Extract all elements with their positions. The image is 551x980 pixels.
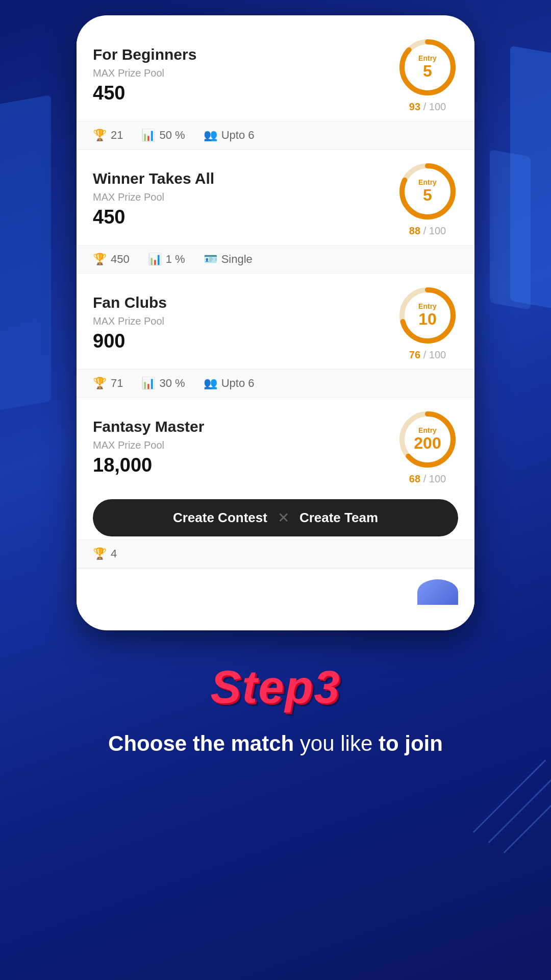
contest-card-fantasy-master[interactable]: Fantasy Master MAX Prize Pool 18,000 Ent… [77, 398, 474, 568]
stat-team-0: 👥 Upto 6 [204, 129, 255, 142]
donut-wrap-fan-clubs: Entry 10 76 / 100 [397, 285, 458, 361]
stat-value-team-0: Upto 6 [221, 129, 255, 142]
donut-progress-1: 88 / 100 [409, 225, 446, 237]
stat-value-chart-2: 30 % [159, 377, 185, 390]
stat-team-2: 👥 Upto 6 [204, 377, 255, 390]
stat-value-chart-1: 1 % [166, 253, 185, 266]
team-icon-0: 👥 [204, 129, 217, 142]
contest-prize-fantasy-master: 18,000 [93, 454, 397, 476]
donut-separator-2: / [420, 349, 429, 360]
contest-title-winner-takes-all: Winner Takes All [93, 170, 397, 187]
contest-card-fan-clubs[interactable]: Fan Clubs MAX Prize Pool 900 Entry 10 [77, 274, 474, 398]
entry-value-2: 10 [418, 310, 437, 328]
entry-value-0: 5 [418, 62, 437, 80]
entry-value-3: 200 [414, 434, 441, 452]
team-icon-2: 👥 [204, 377, 217, 390]
contest-stats-fan-clubs: 🏆 71 📊 30 % 👥 Upto 6 [77, 369, 474, 397]
contest-prize-label-winner-takes-all: MAX Prize Pool [93, 191, 397, 203]
contest-info-winner-takes-all: Winner Takes All MAX Prize Pool 450 [93, 170, 397, 228]
trophy-icon-0: 🏆 [93, 129, 107, 142]
stat-value-team-1: Single [221, 253, 253, 266]
bg-decoration-left [0, 95, 51, 415]
contest-stats-fantasy-master: 🏆 4 [77, 540, 474, 568]
donut-winner-takes-all: Entry 5 [397, 161, 458, 222]
contest-stats-winner-takes-all: 🏆 450 📊 1 % 🪪 Single [77, 245, 474, 273]
team-icon-1: 🪪 [204, 253, 217, 266]
stat-trophy-3: 🏆 4 [93, 547, 117, 560]
donut-fan-clubs: Entry 10 [397, 285, 458, 346]
stat-value-trophy-3: 4 [111, 547, 117, 560]
contest-card-for-beginners[interactable]: For Beginners MAX Prize Pool 450 Entry 5 [77, 26, 474, 150]
trophy-icon-3: 🏆 [93, 547, 107, 560]
contest-prize-fan-clubs: 900 [93, 330, 397, 352]
stat-chart-0: 📊 50 % [141, 129, 185, 142]
contest-stats-for-beginners: 🏆 21 📊 50 % 👥 Upto 6 [77, 121, 474, 149]
step-description: Choose the match you like to join [31, 729, 520, 759]
phone-screen: For Beginners MAX Prize Pool 450 Entry 5 [77, 26, 474, 615]
stat-value-trophy-2: 71 [111, 377, 123, 390]
stat-value-trophy-1: 450 [111, 253, 130, 266]
partial-card [77, 569, 474, 615]
step-section: Step3 Choose the match you like to join [0, 661, 551, 800]
entry-value-1: 5 [418, 186, 437, 204]
stat-trophy-1: 🏆 450 [93, 253, 130, 266]
trophy-icon-2: 🏆 [93, 377, 107, 390]
stat-team-1: 🪪 Single [204, 253, 253, 266]
create-contest-button[interactable]: Create Contest [163, 510, 278, 526]
trophy-icon-1: 🏆 [93, 253, 107, 266]
step-title: Step3 [31, 661, 520, 714]
action-bar: Create Contest ✕ Create Team [93, 499, 458, 536]
bg-decoration-right2 [490, 150, 531, 310]
contest-info-for-beginners: For Beginners MAX Prize Pool 450 [93, 46, 397, 104]
donut-progress-3: 68 / 100 [409, 473, 446, 485]
donut-separator-0: / [420, 101, 429, 112]
contest-prize-label-for-beginners: MAX Prize Pool [93, 67, 397, 79]
donut-wrap-for-beginners: Entry 5 93 / 100 [397, 37, 458, 113]
stat-chart-2: 📊 30 % [141, 377, 185, 390]
contest-title-for-beginners: For Beginners [93, 46, 397, 63]
stat-chart-1: 📊 1 % [148, 253, 185, 266]
donut-fantasy-master: Entry 200 [397, 409, 458, 470]
chart-icon-2: 📊 [141, 377, 155, 390]
contest-info-fan-clubs: Fan Clubs MAX Prize Pool 900 [93, 294, 397, 352]
stat-value-chart-0: 50 % [159, 129, 185, 142]
phone-mockup: For Beginners MAX Prize Pool 450 Entry 5 [77, 15, 474, 630]
contest-title-fan-clubs: Fan Clubs [93, 294, 397, 311]
action-bar-divider: ✕ [278, 509, 289, 526]
donut-separator-1: / [420, 225, 429, 236]
chart-icon-0: 📊 [141, 129, 155, 142]
stat-value-team-2: Upto 6 [221, 377, 255, 390]
step-desc-bold2: to join [379, 731, 443, 755]
donut-separator-3: / [420, 473, 429, 484]
stat-trophy-0: 🏆 21 [93, 129, 123, 142]
entry-label-1: Entry [418, 179, 437, 186]
contest-card-winner-takes-all[interactable]: Winner Takes All MAX Prize Pool 450 Entr… [77, 150, 474, 274]
contest-prize-for-beginners: 450 [93, 82, 397, 104]
stat-trophy-2: 🏆 71 [93, 377, 123, 390]
chart-icon-1: 📊 [148, 253, 162, 266]
donut-for-beginners: Entry 5 [397, 37, 458, 98]
contest-info-fantasy-master: Fantasy Master MAX Prize Pool 18,000 [93, 418, 397, 476]
entry-label-3: Entry [414, 427, 441, 434]
step-desc-bold1: Choose the match [108, 731, 294, 755]
donut-progress-0: 93 / 100 [409, 101, 446, 113]
stat-value-trophy-0: 21 [111, 129, 123, 142]
entry-label-0: Entry [418, 55, 437, 62]
step-desc-normal: you like [294, 731, 379, 755]
create-team-button[interactable]: Create Team [289, 510, 388, 526]
contest-prize-label-fantasy-master: MAX Prize Pool [93, 439, 397, 451]
donut-wrap-winner-takes-all: Entry 5 88 / 100 [397, 161, 458, 237]
contest-prize-label-fan-clubs: MAX Prize Pool [93, 315, 397, 327]
contest-title-fantasy-master: Fantasy Master [93, 418, 397, 435]
contest-prize-winner-takes-all: 450 [93, 206, 397, 228]
entry-label-2: Entry [418, 303, 437, 310]
donut-progress-2: 76 / 100 [409, 349, 446, 361]
donut-wrap-fantasy-master: Entry 200 68 / 100 [397, 409, 458, 485]
partial-avatar [417, 579, 458, 605]
